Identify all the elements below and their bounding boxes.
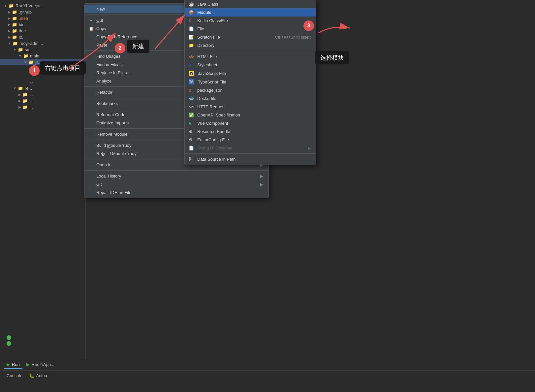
bottom-panel: ▶ Run ▶ RuoYiApp... Console 🐛 Actua... xyxy=(0,359,535,392)
js-icon: JS xyxy=(189,71,194,76)
menu-item-repair[interactable]: Repair IDE on File xyxy=(84,188,268,197)
submenu-swing[interactable]: 📄 Swing UI Designer ▶ xyxy=(185,144,316,152)
submenu-docker[interactable]: 🐳 Dockerfile xyxy=(185,94,316,103)
submenu-file[interactable]: 📄 File xyxy=(185,25,316,33)
status-dot-1 xyxy=(7,335,11,340)
submenu-divider-2 xyxy=(185,153,316,154)
tooltip-1: 右键点击项目 xyxy=(40,61,86,75)
submenu-css[interactable]: ≡ Stylesheet xyxy=(185,61,316,69)
tree-item-main[interactable]: ▼ 📁 main xyxy=(0,53,85,59)
datasource-icon: 🗄 xyxy=(189,157,195,162)
menu-refactor-label: Refactor xyxy=(96,90,112,95)
menu-new-label: New xyxy=(96,7,105,12)
datasource-label: Data Source in Path xyxy=(197,157,236,162)
tree-item-src[interactable]: ▼ 📁 src xyxy=(0,47,85,53)
cut-icon: ✂ xyxy=(88,18,94,23)
menu-rebuild-label: Rebuild Module 'ruoyi' xyxy=(96,151,138,156)
menu-git-label: Git xyxy=(96,182,102,187)
menu-find-files-label: Find in Files... xyxy=(96,62,123,67)
tree-item-re[interactable]: ▼ 📁 re... xyxy=(0,85,85,91)
submenu-scratch[interactable]: 📝 Scratch File Ctrl+Alt+Shift+Insert xyxy=(185,33,316,41)
ts-label: TypeScript File xyxy=(198,80,226,84)
menu-item-local-history[interactable]: Local History ▶ xyxy=(84,172,268,180)
submenu-http[interactable]: API HTTP Request xyxy=(185,103,316,111)
tree-item-bin[interactable]: ▶ 📁 bin xyxy=(0,21,85,28)
menu-remove-module-label: Remove Module xyxy=(96,132,128,137)
scratch-icon: 📝 xyxy=(189,35,195,40)
submenu-directory[interactable]: 📁 Directory xyxy=(185,41,316,49)
tree-item-idea[interactable]: ▶ 📁 .idea xyxy=(0,15,85,21)
module-label: Module... xyxy=(197,10,215,15)
step-3-bubble: 3 xyxy=(303,20,314,31)
run-icon: ▶ xyxy=(7,362,10,367)
kotlin-label: Kotlin Class/File xyxy=(197,18,228,23)
menu-analyze-label: Analyze xyxy=(96,79,111,83)
tree-item-doc[interactable]: ▶ 📁 doc xyxy=(0,28,85,34)
submenu-datasource[interactable]: 🗄 Data Source in Path xyxy=(185,155,316,163)
js-label: JavaScript File xyxy=(198,71,226,76)
divider-9 xyxy=(84,170,268,171)
tooltip-2: 新建 xyxy=(127,40,149,53)
submenu-openapi[interactable]: ✅ OpenAPI Specification xyxy=(185,111,316,119)
tab-run[interactable]: ▶ Run xyxy=(4,361,22,369)
menu-bookmarks-label: Bookmarks xyxy=(96,101,118,106)
tab-ruoyiapp[interactable]: ▶ RuoYiApp... xyxy=(24,361,57,369)
docker-label: Dockerfile xyxy=(197,96,216,101)
tab-actual[interactable]: 🐛 Actua... xyxy=(26,372,53,380)
menu-open-in-label: Open In xyxy=(96,162,111,167)
menu-item-git[interactable]: Git ▶ xyxy=(84,180,268,188)
tree-item-ruoyi-admin[interactable]: ▼ 📁 ruoyi-admi... xyxy=(0,40,85,47)
menu-cut-label: Cut xyxy=(96,18,103,23)
expand-more[interactable]: ⌄ xyxy=(0,78,85,85)
submenu-html[interactable]: </> HTML File xyxy=(185,52,316,61)
step-1-bubble: 1 xyxy=(29,65,40,76)
submenu-kotlin[interactable]: K Kotlin Class/File xyxy=(185,16,316,25)
http-icon: API xyxy=(189,105,195,109)
resource-label: Resource Bundle xyxy=(197,129,230,134)
tree-item-lo[interactable]: ▶ 📁 lo... xyxy=(0,34,85,40)
menu-local-history-label: Local History xyxy=(96,174,121,179)
submenu-module[interactable]: 📦 Module... xyxy=(185,8,316,16)
submenu-js[interactable]: JS JavaScript File xyxy=(185,69,316,78)
vue-label: Vue Component xyxy=(197,121,228,126)
scratch-label: Scratch File xyxy=(197,35,220,40)
menu-reformat-label: Reformat Code xyxy=(96,112,125,117)
tree-root-label: RuoYi-Vue xyxy=(16,3,36,8)
swing-label: Swing UI Designer xyxy=(197,146,233,150)
tree-item-github[interactable]: ▶ 📁 .github xyxy=(0,9,85,15)
submenu-package[interactable]: {} package.json xyxy=(185,86,316,94)
menu-copy-label: Copy xyxy=(96,26,106,31)
local-history-submenu-arrow: ▶ xyxy=(260,174,263,179)
submenu-java-class[interactable]: ☕ Java Class xyxy=(185,0,316,8)
submenu-vue[interactable]: V Vue Component xyxy=(185,119,316,127)
file-label: File xyxy=(197,26,204,31)
menu-replace-label: Replace in Files... xyxy=(96,70,130,75)
tab-console[interactable]: Console xyxy=(4,372,25,380)
menu-repair-label: Repair IDE on File xyxy=(96,190,131,195)
resource-icon: ⚙ xyxy=(189,129,195,134)
tree-item-re-sub3[interactable]: ▶ 📁 ... xyxy=(0,104,85,110)
status-dot-2 xyxy=(7,341,11,346)
tree-item-re-sub1[interactable]: ▶ 📁 ... xyxy=(0,91,85,98)
java-class-label: Java Class xyxy=(197,2,218,7)
menu-copy-path-label: Copy Path/Reference... xyxy=(96,34,141,39)
tree-item-re-sub2[interactable]: ▶ 📁 ... xyxy=(0,98,85,104)
menu-optimize-label: Optimize Imports xyxy=(96,120,129,125)
http-label: HTTP Request xyxy=(197,104,226,109)
copy-icon: 📋 xyxy=(88,26,94,31)
file-icon: 📄 xyxy=(189,26,195,31)
swing-icon: 📄 xyxy=(189,146,195,150)
editorconfig-label: EditorConfig File xyxy=(197,137,229,142)
submenu-ts[interactable]: TS TypeScript File xyxy=(185,78,316,86)
css-label: Stylesheet xyxy=(197,62,217,67)
openapi-label: OpenAPI Specification xyxy=(197,113,240,117)
tree-root[interactable]: ▼ 📁 RuoYi-Vue [ru... xyxy=(0,3,85,9)
project-tree: ▼ 📁 RuoYi-Vue [ru... ▶ 📁 .github ▶ 📁 .id… xyxy=(0,0,86,392)
submenu-editorconfig[interactable]: ⚙ EditorConfig File xyxy=(185,136,316,144)
submenu-resource[interactable]: ⚙ Resource Bundle xyxy=(185,127,316,136)
expand-arrow: ▼ xyxy=(4,4,7,8)
editorconfig-icon: ⚙ xyxy=(189,137,195,142)
docker-icon: 🐳 xyxy=(189,96,195,101)
step-2-bubble: 2 xyxy=(115,43,125,53)
actual-icon: 🐛 xyxy=(29,373,34,378)
